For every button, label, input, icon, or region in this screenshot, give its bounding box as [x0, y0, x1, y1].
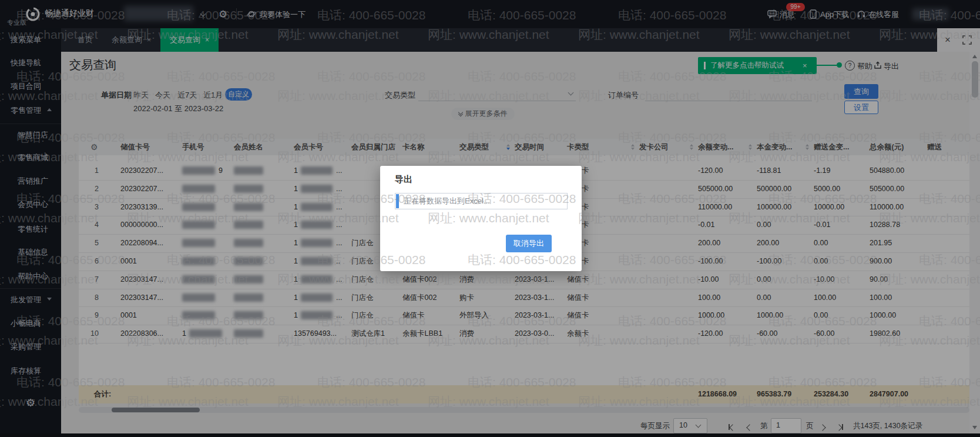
cancel-export-button[interactable]: 取消导出 — [506, 235, 552, 252]
dialog-title: 导出 — [395, 174, 412, 185]
app-window: 搜索菜单快捷导航项目合同零售管理智慧门店零售商城营销推广会员中心零售统计基础信息… — [0, 0, 980, 437]
progress-message: 正在将数据导出到Excel... — [404, 194, 490, 209]
progress-fill — [396, 194, 399, 208]
export-dialog: 导出 正在将数据导出到Excel... 取消导出 — [380, 166, 582, 271]
export-progress-bar: 正在将数据导出到Excel... — [395, 193, 568, 209]
